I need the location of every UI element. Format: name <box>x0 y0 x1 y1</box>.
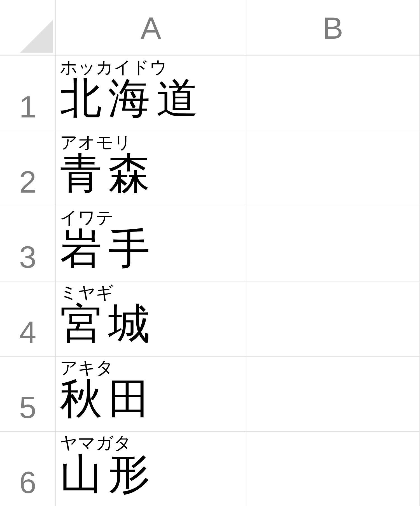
cell-A2-text: 青森 <box>60 150 242 197</box>
svg-marker-0 <box>20 20 53 53</box>
cell-A1-text: 北海道 <box>60 75 242 121</box>
cell-A4-ruby: ミヤギ <box>60 283 242 302</box>
row-header-3[interactable]: 3 <box>0 206 56 281</box>
select-all-triangle-icon <box>20 20 53 53</box>
cell-A6[interactable]: ヤマガタ 山形 <box>56 432 246 506</box>
select-all-corner[interactable] <box>0 0 56 56</box>
cell-A2-ruby: アオモリ <box>60 133 242 152</box>
cell-A1[interactable]: ホッカイドウ 北海道 <box>56 56 246 131</box>
cell-A3[interactable]: イワテ 岩手 <box>56 206 246 281</box>
row-header-2[interactable]: 2 <box>0 131 56 206</box>
row-header-4[interactable]: 4 <box>0 281 56 357</box>
cell-A5-text: 秋田 <box>60 376 242 422</box>
cell-A4-text: 宮城 <box>60 301 242 347</box>
cell-B3[interactable] <box>246 206 420 281</box>
cell-B1[interactable] <box>246 56 420 131</box>
cell-A5-ruby: アキタ <box>60 358 242 377</box>
row-header-5[interactable]: 5 <box>0 357 56 432</box>
cell-A6-ruby: ヤマガタ <box>60 433 242 452</box>
cell-A3-ruby: イワテ <box>60 208 242 227</box>
cell-A4[interactable]: ミヤギ 宮城 <box>56 281 246 357</box>
cell-A5[interactable]: アキタ 秋田 <box>56 357 246 432</box>
row-header-1[interactable]: 1 <box>0 56 56 131</box>
cell-B2[interactable] <box>246 131 420 206</box>
column-header-B[interactable]: B <box>246 0 420 56</box>
cell-A3-text: 岩手 <box>60 225 242 272</box>
cell-A6-text: 山形 <box>60 451 242 497</box>
cell-A1-ruby: ホッカイドウ <box>60 58 242 77</box>
column-header-A[interactable]: A <box>56 0 246 56</box>
row-header-6[interactable]: 6 <box>0 432 56 506</box>
cell-A2[interactable]: アオモリ 青森 <box>56 131 246 206</box>
cell-B4[interactable] <box>246 281 420 357</box>
cell-B5[interactable] <box>246 357 420 432</box>
cell-B6[interactable] <box>246 432 420 506</box>
spreadsheet-grid: A B 1 ホッカイドウ 北海道 2 アオモリ 青森 3 イワテ 岩手 4 ミヤ… <box>0 0 420 506</box>
